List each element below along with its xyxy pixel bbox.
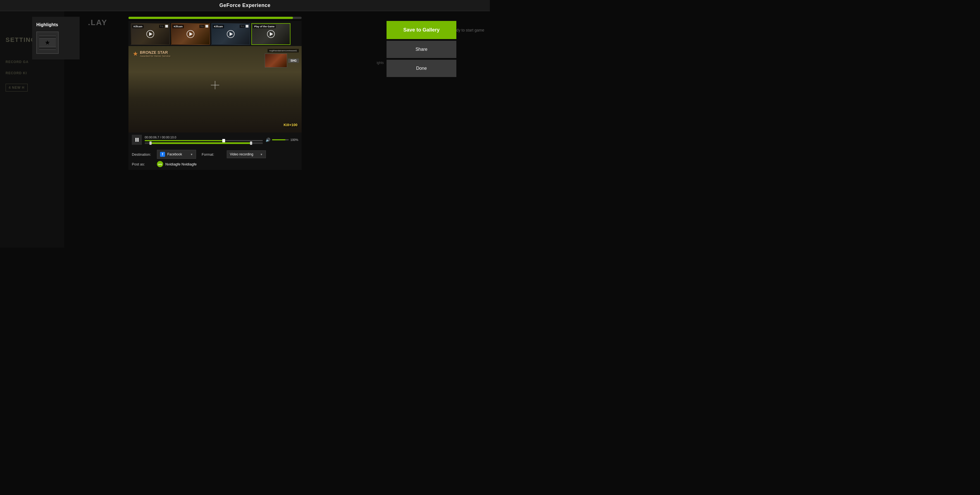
time-total: 00:00:10.0 [162, 136, 176, 139]
thumbnail-1-tag: T-1 [159, 25, 164, 28]
kill-bonus: Kill+100 [283, 123, 298, 127]
play-triangle-4 [270, 32, 273, 36]
trim-handle-left[interactable] [150, 141, 152, 145]
highlights-panel: Highlights ★ [32, 17, 80, 59]
volume-icon: 🔊 [266, 138, 270, 142]
format-label: Format: [202, 152, 224, 157]
thumbnail-3[interactable]: Killcam T-1 ⬜ [211, 23, 250, 45]
thumbnail-4-play [267, 30, 275, 38]
svg-text:GFE: GFE [158, 163, 162, 165]
thumbnail-2-icon: ⬜ [205, 25, 208, 28]
timeline-container: 00:00:06.7 / 00:00:10.0 [145, 136, 263, 144]
share-button[interactable]: Share [387, 41, 457, 58]
time-current: 00:00:06.7 [145, 136, 159, 139]
timeline-track[interactable] [145, 140, 263, 141]
trim-handle-right[interactable] [250, 141, 252, 145]
play-triangle-1 [149, 32, 153, 36]
play-partial-text: .LAY [88, 18, 107, 27]
format-value: Video recording [230, 152, 253, 156]
main-panel: Killcam T-1 ⬜ Killcam T-1 ⬜ Killcam T-1 … [129, 21, 302, 170]
bronze-star-text: BRONZE STAR Awarded for Heroic Service [140, 50, 170, 57]
star-icon: ★ [45, 39, 50, 46]
thumbnail-1-play [146, 30, 154, 38]
volume-percent: 100% [290, 138, 298, 141]
post-as-username: Nvidiagfe Nvidiagfe [165, 162, 197, 166]
user-avatar: GFE [157, 161, 163, 167]
bg-record-key: RECORD KI [6, 71, 27, 75]
thumbnail-1-icon: ⬜ [165, 25, 168, 28]
video-player[interactable]: ★ BRONZE STAR Awarded for Heroic Service… [129, 46, 302, 133]
destination-row: Destination: f Facebook ▼ Format: Video … [132, 150, 298, 159]
bottom-controls: Destination: f Facebook ▼ Format: Video … [129, 147, 302, 170]
app-title: GeForce Experience [219, 3, 270, 8]
save-to-gallery-button[interactable]: Save to Gallery [387, 21, 457, 39]
post-as-container: GFE Nvidiagfe Nvidiagfe [157, 161, 197, 167]
mini-thumbnail [265, 54, 287, 68]
nvidia-logo-icon: GFE [157, 161, 163, 167]
top-progress-fill [129, 17, 293, 19]
post-as-row: Post as: GFE Nvidiagfe Nvidiagfe [132, 161, 298, 167]
game-overlay-top-left: ★ BRONZE STAR Awarded for Heroic Service [133, 50, 170, 57]
timeline-handle[interactable] [222, 139, 225, 142]
pause-button[interactable] [132, 135, 142, 145]
thumbnail-3-label: Killcam [213, 25, 224, 28]
thumbnail-1-label: Killcam [132, 25, 143, 28]
thumbnail-3-play [227, 30, 235, 38]
done-button[interactable]: Done [387, 60, 457, 77]
award-sub: Awarded for Heroic Service [140, 55, 170, 57]
thumbnail-2[interactable]: Killcam T-1 ⬜ [171, 23, 210, 45]
top-progress-bar [129, 17, 302, 19]
ights-text: ights [377, 61, 384, 65]
pause-icon [135, 138, 138, 142]
award-title: BRONZE STAR [140, 50, 170, 55]
play-triangle-3 [229, 32, 233, 36]
volume-fill [272, 139, 285, 140]
play-triangle-2 [189, 32, 193, 36]
thumbnail-3-tag: T-1 [240, 25, 245, 28]
destination-arrow-icon: ▼ [190, 153, 193, 156]
destination-value: Facebook [167, 152, 182, 156]
highlights-icon: ★ [36, 32, 59, 54]
destination-dropdown[interactable]: f Facebook ▼ [157, 150, 196, 159]
thumbnail-3-icon: ⬜ [245, 25, 248, 28]
thumbnail-2-label: Killcam [173, 25, 184, 28]
film-strip-icon: ★ [39, 36, 56, 50]
pause-bar-right [137, 138, 138, 142]
format-arrow-icon: ▼ [260, 153, 263, 156]
shg-badge: SHG [288, 59, 299, 63]
thumbnail-1[interactable]: Killcam T-1 ⬜ [131, 23, 170, 45]
right-panel: Save to Gallery Share Done [387, 21, 457, 77]
post-as-label: Post as: [132, 162, 154, 166]
format-dropdown[interactable]: Video recording ▼ [227, 151, 266, 158]
timeline-fill [145, 140, 224, 141]
trim-track[interactable] [145, 142, 263, 144]
top-bar: GeForce Experience [0, 0, 490, 11]
bg-settings-label: SETTING [6, 36, 36, 43]
thumbnail-2-tag: T-1 [199, 25, 204, 28]
crosshair-icon [211, 81, 219, 89]
thumbnail-strip: Killcam T-1 ⬜ Killcam T-1 ⬜ Killcam T-1 … [129, 21, 302, 46]
highlights-title: Highlights [36, 22, 75, 27]
thumbnail-4-label: Play of the Game [253, 25, 276, 28]
bg-new-highlights: 4 NEW H [6, 84, 28, 92]
time-display: 00:00:06.7 / 00:00:10.0 [145, 136, 263, 139]
thumbnail-4[interactable]: Play of the Game [251, 23, 290, 45]
game-overlay-top-right: nvgtlhandainamcoreleased1 SHG [265, 49, 299, 68]
destination-label: Destination: [132, 152, 154, 157]
bronze-star-icon: ★ [133, 50, 138, 57]
thumbnail-2-play [186, 30, 194, 38]
volume-container: 🔊 100% [266, 138, 298, 142]
bg-record-game: RECORD GA [6, 60, 29, 64]
pause-bar-left [135, 138, 137, 142]
player-tag: nvgtlhandainamcoreleased1 [267, 49, 299, 52]
volume-track[interactable] [272, 139, 289, 140]
trim-fill [151, 142, 251, 144]
controls-bar: 00:00:06.7 / 00:00:10.0 🔊 100% [129, 133, 302, 147]
facebook-icon: f [160, 152, 165, 157]
ready-text: dy to start game [457, 28, 484, 32]
